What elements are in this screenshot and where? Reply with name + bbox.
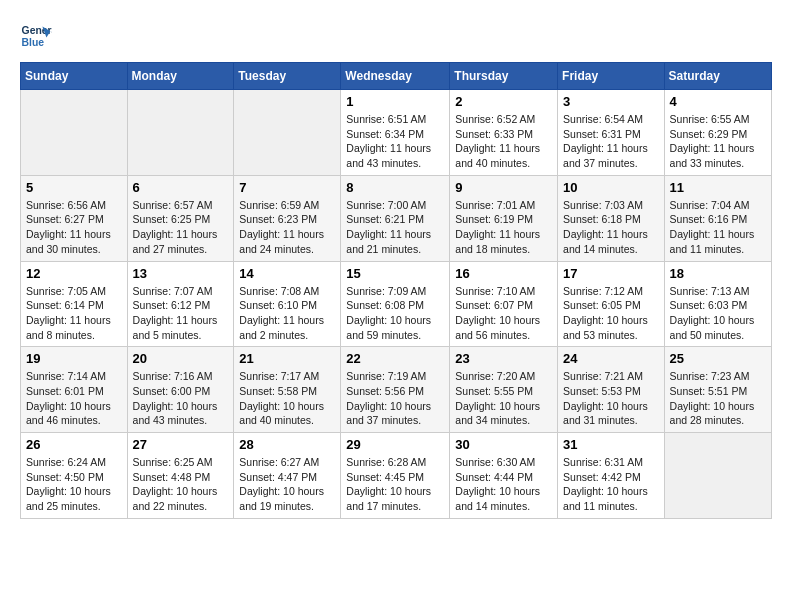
day-info: Sunrise: 7:07 AM Sunset: 6:12 PM Dayligh… bbox=[133, 284, 229, 343]
day-info: Sunrise: 7:00 AM Sunset: 6:21 PM Dayligh… bbox=[346, 198, 444, 257]
calendar-table: SundayMondayTuesdayWednesdayThursdayFrid… bbox=[20, 62, 772, 519]
day-number: 10 bbox=[563, 180, 659, 195]
day-number: 21 bbox=[239, 351, 335, 366]
calendar-day-cell: 3Sunrise: 6:54 AM Sunset: 6:31 PM Daylig… bbox=[558, 90, 665, 176]
calendar-day-cell bbox=[21, 90, 128, 176]
day-number: 26 bbox=[26, 437, 122, 452]
day-info: Sunrise: 7:20 AM Sunset: 5:55 PM Dayligh… bbox=[455, 369, 552, 428]
day-number: 5 bbox=[26, 180, 122, 195]
weekday-header-thursday: Thursday bbox=[450, 63, 558, 90]
calendar-day-cell: 21Sunrise: 7:17 AM Sunset: 5:58 PM Dayli… bbox=[234, 347, 341, 433]
calendar-day-cell: 19Sunrise: 7:14 AM Sunset: 6:01 PM Dayli… bbox=[21, 347, 128, 433]
day-number: 24 bbox=[563, 351, 659, 366]
day-number: 8 bbox=[346, 180, 444, 195]
day-number: 3 bbox=[563, 94, 659, 109]
day-number: 9 bbox=[455, 180, 552, 195]
calendar-day-cell: 14Sunrise: 7:08 AM Sunset: 6:10 PM Dayli… bbox=[234, 261, 341, 347]
day-info: Sunrise: 6:27 AM Sunset: 4:47 PM Dayligh… bbox=[239, 455, 335, 514]
weekday-header-monday: Monday bbox=[127, 63, 234, 90]
day-info: Sunrise: 6:55 AM Sunset: 6:29 PM Dayligh… bbox=[670, 112, 766, 171]
day-info: Sunrise: 7:13 AM Sunset: 6:03 PM Dayligh… bbox=[670, 284, 766, 343]
day-info: Sunrise: 6:59 AM Sunset: 6:23 PM Dayligh… bbox=[239, 198, 335, 257]
calendar-day-cell: 17Sunrise: 7:12 AM Sunset: 6:05 PM Dayli… bbox=[558, 261, 665, 347]
day-number: 11 bbox=[670, 180, 766, 195]
calendar-week-row: 12Sunrise: 7:05 AM Sunset: 6:14 PM Dayli… bbox=[21, 261, 772, 347]
weekday-header-saturday: Saturday bbox=[664, 63, 771, 90]
weekday-header-sunday: Sunday bbox=[21, 63, 128, 90]
calendar-week-row: 5Sunrise: 6:56 AM Sunset: 6:27 PM Daylig… bbox=[21, 175, 772, 261]
calendar-day-cell bbox=[127, 90, 234, 176]
calendar-day-cell: 28Sunrise: 6:27 AM Sunset: 4:47 PM Dayli… bbox=[234, 433, 341, 519]
day-info: Sunrise: 7:16 AM Sunset: 6:00 PM Dayligh… bbox=[133, 369, 229, 428]
calendar-day-cell: 27Sunrise: 6:25 AM Sunset: 4:48 PM Dayli… bbox=[127, 433, 234, 519]
day-info: Sunrise: 6:28 AM Sunset: 4:45 PM Dayligh… bbox=[346, 455, 444, 514]
calendar-day-cell: 30Sunrise: 6:30 AM Sunset: 4:44 PM Dayli… bbox=[450, 433, 558, 519]
day-number: 23 bbox=[455, 351, 552, 366]
calendar-day-cell: 5Sunrise: 6:56 AM Sunset: 6:27 PM Daylig… bbox=[21, 175, 128, 261]
day-info: Sunrise: 7:21 AM Sunset: 5:53 PM Dayligh… bbox=[563, 369, 659, 428]
calendar-day-cell: 24Sunrise: 7:21 AM Sunset: 5:53 PM Dayli… bbox=[558, 347, 665, 433]
calendar-day-cell: 9Sunrise: 7:01 AM Sunset: 6:19 PM Daylig… bbox=[450, 175, 558, 261]
day-info: Sunrise: 7:10 AM Sunset: 6:07 PM Dayligh… bbox=[455, 284, 552, 343]
day-number: 6 bbox=[133, 180, 229, 195]
calendar-day-cell: 23Sunrise: 7:20 AM Sunset: 5:55 PM Dayli… bbox=[450, 347, 558, 433]
calendar-day-cell: 13Sunrise: 7:07 AM Sunset: 6:12 PM Dayli… bbox=[127, 261, 234, 347]
calendar-day-cell: 8Sunrise: 7:00 AM Sunset: 6:21 PM Daylig… bbox=[341, 175, 450, 261]
day-number: 18 bbox=[670, 266, 766, 281]
logo-icon: General Blue bbox=[20, 20, 52, 52]
svg-text:Blue: Blue bbox=[22, 37, 45, 48]
calendar-day-cell: 20Sunrise: 7:16 AM Sunset: 6:00 PM Dayli… bbox=[127, 347, 234, 433]
calendar-day-cell: 1Sunrise: 6:51 AM Sunset: 6:34 PM Daylig… bbox=[341, 90, 450, 176]
day-info: Sunrise: 6:30 AM Sunset: 4:44 PM Dayligh… bbox=[455, 455, 552, 514]
day-info: Sunrise: 6:51 AM Sunset: 6:34 PM Dayligh… bbox=[346, 112, 444, 171]
calendar-day-cell: 12Sunrise: 7:05 AM Sunset: 6:14 PM Dayli… bbox=[21, 261, 128, 347]
day-number: 7 bbox=[239, 180, 335, 195]
calendar-day-cell bbox=[664, 433, 771, 519]
day-info: Sunrise: 7:14 AM Sunset: 6:01 PM Dayligh… bbox=[26, 369, 122, 428]
day-number: 20 bbox=[133, 351, 229, 366]
day-number: 2 bbox=[455, 94, 552, 109]
day-number: 22 bbox=[346, 351, 444, 366]
calendar-day-cell: 4Sunrise: 6:55 AM Sunset: 6:29 PM Daylig… bbox=[664, 90, 771, 176]
calendar-week-row: 26Sunrise: 6:24 AM Sunset: 4:50 PM Dayli… bbox=[21, 433, 772, 519]
calendar-day-cell: 29Sunrise: 6:28 AM Sunset: 4:45 PM Dayli… bbox=[341, 433, 450, 519]
calendar-week-row: 1Sunrise: 6:51 AM Sunset: 6:34 PM Daylig… bbox=[21, 90, 772, 176]
day-info: Sunrise: 6:52 AM Sunset: 6:33 PM Dayligh… bbox=[455, 112, 552, 171]
page-header: General Blue bbox=[20, 20, 772, 52]
day-info: Sunrise: 6:57 AM Sunset: 6:25 PM Dayligh… bbox=[133, 198, 229, 257]
calendar-day-cell: 25Sunrise: 7:23 AM Sunset: 5:51 PM Dayli… bbox=[664, 347, 771, 433]
day-info: Sunrise: 7:01 AM Sunset: 6:19 PM Dayligh… bbox=[455, 198, 552, 257]
day-number: 15 bbox=[346, 266, 444, 281]
calendar-day-cell bbox=[234, 90, 341, 176]
day-number: 12 bbox=[26, 266, 122, 281]
day-number: 31 bbox=[563, 437, 659, 452]
day-info: Sunrise: 7:08 AM Sunset: 6:10 PM Dayligh… bbox=[239, 284, 335, 343]
calendar-day-cell: 11Sunrise: 7:04 AM Sunset: 6:16 PM Dayli… bbox=[664, 175, 771, 261]
weekday-header-friday: Friday bbox=[558, 63, 665, 90]
day-info: Sunrise: 6:24 AM Sunset: 4:50 PM Dayligh… bbox=[26, 455, 122, 514]
day-info: Sunrise: 6:56 AM Sunset: 6:27 PM Dayligh… bbox=[26, 198, 122, 257]
weekday-header-wednesday: Wednesday bbox=[341, 63, 450, 90]
day-number: 17 bbox=[563, 266, 659, 281]
calendar-day-cell: 6Sunrise: 6:57 AM Sunset: 6:25 PM Daylig… bbox=[127, 175, 234, 261]
day-number: 19 bbox=[26, 351, 122, 366]
day-info: Sunrise: 7:03 AM Sunset: 6:18 PM Dayligh… bbox=[563, 198, 659, 257]
day-number: 4 bbox=[670, 94, 766, 109]
day-info: Sunrise: 7:19 AM Sunset: 5:56 PM Dayligh… bbox=[346, 369, 444, 428]
logo: General Blue bbox=[20, 20, 52, 52]
day-info: Sunrise: 7:17 AM Sunset: 5:58 PM Dayligh… bbox=[239, 369, 335, 428]
day-info: Sunrise: 7:09 AM Sunset: 6:08 PM Dayligh… bbox=[346, 284, 444, 343]
day-number: 27 bbox=[133, 437, 229, 452]
calendar-day-cell: 26Sunrise: 6:24 AM Sunset: 4:50 PM Dayli… bbox=[21, 433, 128, 519]
day-info: Sunrise: 7:05 AM Sunset: 6:14 PM Dayligh… bbox=[26, 284, 122, 343]
weekday-header-tuesday: Tuesday bbox=[234, 63, 341, 90]
calendar-day-cell: 16Sunrise: 7:10 AM Sunset: 6:07 PM Dayli… bbox=[450, 261, 558, 347]
day-info: Sunrise: 6:31 AM Sunset: 4:42 PM Dayligh… bbox=[563, 455, 659, 514]
day-number: 14 bbox=[239, 266, 335, 281]
day-number: 29 bbox=[346, 437, 444, 452]
day-number: 28 bbox=[239, 437, 335, 452]
calendar-day-cell: 10Sunrise: 7:03 AM Sunset: 6:18 PM Dayli… bbox=[558, 175, 665, 261]
day-number: 1 bbox=[346, 94, 444, 109]
calendar-day-cell: 7Sunrise: 6:59 AM Sunset: 6:23 PM Daylig… bbox=[234, 175, 341, 261]
calendar-week-row: 19Sunrise: 7:14 AM Sunset: 6:01 PM Dayli… bbox=[21, 347, 772, 433]
